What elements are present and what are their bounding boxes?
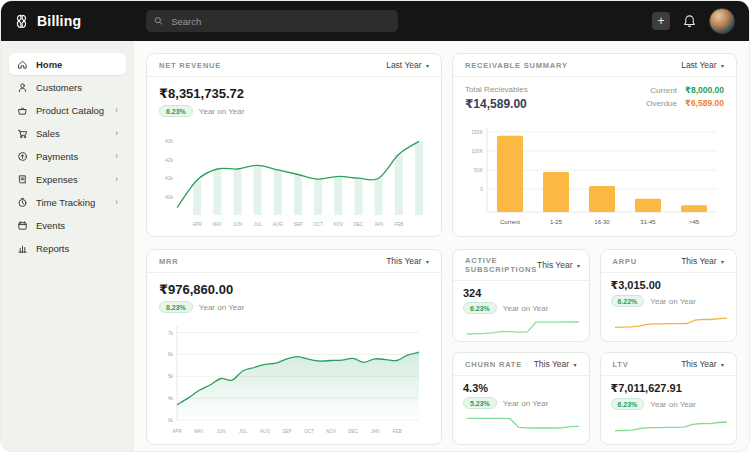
- sidebar-item-expenses-label: Expenses: [36, 174, 78, 185]
- svg-text:FEB: FEB: [394, 222, 403, 227]
- user-avatar[interactable]: [709, 8, 735, 34]
- chevron-right-icon: ›: [115, 151, 118, 161]
- mrr-title: MRR: [159, 257, 178, 266]
- search-icon: [154, 16, 163, 26]
- svg-text:0: 0: [480, 186, 483, 192]
- sidebar-item-reports[interactable]: Reports: [9, 237, 126, 259]
- svg-text:0k: 0k: [168, 417, 174, 423]
- svg-text:NOV: NOV: [333, 222, 344, 227]
- receivable-summary-chart: 150K100K50K0Current1-2516-3031-45>45: [457, 122, 725, 228]
- svg-text:SEP: SEP: [293, 222, 302, 227]
- arpu-title: ARPU: [613, 257, 637, 266]
- svg-text:JUL: JUL: [254, 222, 263, 227]
- churn-rate-card: CHURN RATE This Year ▾ 4.3% 5.23% Year o…: [452, 352, 590, 445]
- ltv-value: ₹7,011,627.91: [611, 382, 727, 395]
- churn-rate-value: 4.3%: [463, 382, 579, 394]
- sidebar-item-home[interactable]: Home: [9, 53, 126, 75]
- topbar-actions: +: [652, 8, 749, 34]
- sidebar-item-sales[interactable]: Sales›: [9, 122, 126, 144]
- receivable-period-dropdown[interactable]: Last Year ▾: [681, 60, 724, 70]
- notifications-bell-icon[interactable]: [682, 14, 697, 29]
- net-revenue-title: NET REVENUE: [159, 61, 221, 70]
- content: HomeCustomersProduct Catalog›Sales›Payme…: [1, 41, 749, 451]
- receivable-summary-card: RECEIVABLE SUMMARY Last Year ▾ Total Rec…: [452, 53, 737, 237]
- arpu-sparkline: [611, 307, 731, 333]
- svg-text:APR: APR: [192, 222, 202, 227]
- svg-text:APR: APR: [172, 429, 182, 434]
- sidebar-item-payments-label: Payments: [36, 151, 78, 162]
- svg-text:MAY: MAY: [213, 222, 223, 227]
- svg-text:31-45: 31-45: [640, 219, 656, 225]
- app-title: Billing: [37, 13, 81, 29]
- svg-text:1-25: 1-25: [550, 219, 563, 225]
- mrr-growth-caption: Year on Year: [199, 303, 245, 312]
- receivable-summary-title: RECEIVABLE SUMMARY: [465, 61, 568, 70]
- search-box[interactable]: [146, 10, 398, 32]
- chevron-down-icon: ▾: [721, 63, 724, 69]
- svg-text:NOV: NOV: [326, 429, 337, 434]
- quick-add-button[interactable]: +: [652, 12, 670, 30]
- mrr-period-dropdown[interactable]: This Year ▾: [386, 256, 429, 266]
- net-revenue-card: NET REVENUE Last Year ▾ ₹8,351,735.72 6.…: [146, 53, 442, 237]
- topbar: Billing +: [1, 1, 749, 41]
- receipt-icon: [17, 174, 28, 185]
- dashboard-row-2: MRR This Year ▾ ₹976,860.00 8.23% Year o…: [146, 249, 737, 445]
- sidebar-item-customers[interactable]: Customers: [9, 76, 126, 98]
- billing-app-window: Billing + HomeCustomersProduct Catalog›S…: [0, 0, 750, 452]
- total-receivables-label: Total Recievables: [465, 85, 528, 94]
- sidebar-item-events[interactable]: Events: [9, 214, 126, 236]
- active-subscriptions-sparkline: [463, 314, 583, 340]
- arpu-card: ARPU This Year ▾ ₹3,015.00 6.22% Year on…: [600, 249, 738, 342]
- svg-text:AUG: AUG: [260, 429, 270, 434]
- net-revenue-growth-caption: Year on Year: [199, 107, 245, 116]
- svg-text:6k: 6k: [168, 351, 174, 357]
- overdue-value: ₹6,589.00: [685, 98, 724, 108]
- svg-text:5k: 5k: [168, 373, 174, 379]
- chart-icon: [17, 243, 28, 254]
- churn-rate-title: CHURN RATE: [465, 360, 522, 369]
- billing-logo-icon: [13, 13, 30, 30]
- sidebar-item-sales-label: Sales: [36, 128, 60, 139]
- svg-text:100K: 100K: [471, 148, 483, 154]
- svg-text:JUL: JUL: [239, 429, 248, 434]
- svg-text:OCT: OCT: [304, 429, 314, 434]
- svg-text:>45: >45: [689, 219, 700, 225]
- svg-text:JUN: JUN: [217, 429, 226, 434]
- arpu-growth-badge: 6.22%: [611, 295, 645, 307]
- net-revenue-period-dropdown[interactable]: Last Year ▾: [386, 60, 429, 70]
- chevron-right-icon: ›: [115, 128, 118, 138]
- search-input[interactable]: [169, 15, 390, 28]
- ltv-period-dropdown[interactable]: This Year ▾: [681, 359, 724, 369]
- svg-text:150K: 150K: [471, 129, 483, 135]
- svg-text:7k: 7k: [168, 330, 174, 336]
- sidebar-item-product-catalog[interactable]: Product Catalog›: [9, 99, 126, 121]
- sidebar-item-home-label: Home: [36, 59, 62, 70]
- ltv-growth-badge: 6.23%: [611, 398, 645, 410]
- chevron-down-icon: ▾: [426, 259, 429, 265]
- dashboard-row-1: NET REVENUE Last Year ▾ ₹8,351,735.72 6.…: [146, 53, 737, 237]
- overdue-label: Overdue: [646, 99, 677, 108]
- clock-icon: [17, 197, 28, 208]
- svg-text:DEC: DEC: [348, 429, 358, 434]
- net-revenue-chart: 43k42k41k40kAPRMAYJUNJULAUGSEPOCTNOVDECJ…: [151, 128, 429, 228]
- current-value: ₹8,000.00: [685, 85, 724, 95]
- brand: Billing: [1, 13, 134, 30]
- svg-text:FEB: FEB: [393, 429, 402, 434]
- sidebar-item-expenses[interactable]: Expenses›: [9, 168, 126, 190]
- sidebar-item-events-label: Events: [36, 220, 65, 231]
- active-subscriptions-period-dropdown[interactable]: This Year ▾: [537, 260, 580, 270]
- mrr-value: ₹976,860.00: [159, 282, 429, 297]
- ltv-card: LTV This Year ▾ ₹7,011,627.91 6.23% Year…: [600, 352, 738, 445]
- coin-icon: [17, 151, 28, 162]
- chevron-down-icon: ▾: [721, 259, 724, 265]
- svg-text:42k: 42k: [165, 157, 174, 163]
- churn-rate-period-dropdown[interactable]: This Year ▾: [534, 359, 577, 369]
- sidebar-item-time-tracking[interactable]: Time Tracking›: [9, 191, 126, 213]
- arpu-period-dropdown[interactable]: This Year ▾: [681, 256, 724, 266]
- sidebar-item-product-catalog-label: Product Catalog: [36, 105, 104, 116]
- sidebar-item-time-tracking-label: Time Tracking: [36, 197, 95, 208]
- basket-icon: [17, 105, 28, 116]
- chevron-right-icon: ›: [115, 105, 118, 115]
- current-label: Current: [650, 86, 677, 95]
- sidebar-item-payments[interactable]: Payments›: [9, 145, 126, 167]
